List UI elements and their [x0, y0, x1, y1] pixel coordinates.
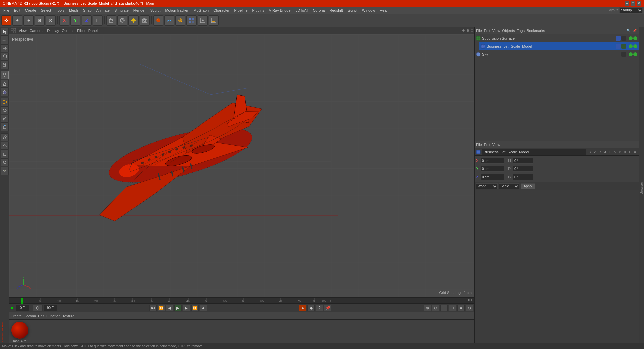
help-btn[interactable]: ? [316, 305, 323, 311]
menu-help[interactable]: Help [378, 8, 389, 13]
sidebar-polygons-btn[interactable] [1, 88, 9, 96]
record-btn[interactable] [33, 305, 43, 311]
jet-vis-green2[interactable] [633, 44, 637, 48]
anim-icon-6[interactable]: ⊙ [466, 305, 473, 311]
sidebar-magnet-btn[interactable] [1, 150, 9, 158]
play-btn[interactable]: ▶ [174, 305, 182, 311]
sidebar-live-selection[interactable] [1, 98, 9, 106]
anim-icon-4[interactable]: □ [449, 305, 456, 311]
menu-corona[interactable]: Corona [311, 8, 327, 13]
objmgr-menu-objects[interactable]: Objects [502, 29, 515, 33]
sidebar-loop-selection[interactable] [1, 106, 9, 114]
obj-search-icon[interactable]: 🔍 [626, 28, 631, 33]
viewport-menu-display[interactable]: Display [47, 29, 59, 33]
obj-pin-icon[interactable]: 📌 [632, 28, 637, 33]
toolbar-sphere-btn[interactable] [117, 15, 127, 26]
sky-vis-green[interactable] [629, 52, 633, 56]
objmgr-menu-view[interactable]: View [492, 29, 500, 33]
viewport-menu-view[interactable]: View [19, 29, 27, 33]
coord-system-select[interactable]: World Object [476, 183, 498, 189]
restore-button[interactable]: □ [631, 1, 635, 6]
toolbar-render-btn[interactable] [198, 15, 208, 26]
mat-menu-texture[interactable]: Texture [62, 314, 74, 318]
toolbar-btn-5[interactable]: ⊙ [46, 15, 56, 26]
toolbar-deformer-btn[interactable] [164, 15, 174, 26]
viewport-menu-options[interactable]: Options [62, 29, 74, 33]
pin-btn[interactable]: 📌 [324, 305, 331, 311]
y-pos-input[interactable] [481, 166, 504, 172]
sidebar-smooth-btn[interactable] [1, 142, 9, 150]
sidebar-rotate-btn[interactable] [1, 53, 9, 61]
props-menu-view[interactable]: View [492, 143, 500, 147]
mat-menu-corona[interactable]: Corona [24, 314, 36, 318]
auto-key-btn[interactable]: ● [299, 305, 306, 311]
sidebar-paint-btn[interactable] [1, 158, 9, 166]
anim-icon-3[interactable]: ⊕ [440, 305, 448, 311]
menu-sculpt[interactable]: Sculpt [148, 8, 163, 13]
toolbar-btn-3[interactable]: + [23, 15, 34, 26]
z-pos-input[interactable] [481, 174, 504, 180]
minimize-button[interactable]: – [625, 1, 629, 6]
viewport-menu-cameras[interactable]: Cameras [30, 29, 45, 33]
obj-vis-green2[interactable] [633, 36, 637, 40]
sidebar-weld-btn[interactable] [1, 167, 9, 175]
play-reverse-btn[interactable]: ◀ [166, 305, 173, 311]
objmgr-menu-edit[interactable]: Edit [484, 29, 490, 33]
toolbar-btn-9[interactable]: □ [93, 15, 103, 26]
step-back-btn[interactable]: ⏪ [158, 305, 165, 311]
menu-plugins[interactable]: Plugins [250, 8, 266, 13]
anim-icon-1[interactable]: ⊕ [424, 305, 431, 311]
menu-create[interactable]: Create [23, 8, 38, 13]
toolbar-mograph-btn[interactable] [186, 15, 197, 26]
b-rot-input[interactable] [513, 174, 533, 180]
menu-script[interactable]: Script [346, 8, 359, 13]
sidebar-edges-btn[interactable] [1, 80, 9, 88]
apply-button[interactable]: Apply [521, 183, 535, 189]
toolbar-z-axis[interactable]: Z [82, 15, 92, 26]
menu-select[interactable]: Select [39, 8, 53, 13]
anim-icon-2[interactable]: ⊙ [432, 305, 439, 311]
material-preview[interactable] [11, 322, 28, 339]
viewport-menu-filter[interactable]: Filter [77, 29, 85, 33]
sky-tag-1[interactable] [621, 52, 626, 57]
end-frame-input[interactable] [44, 305, 57, 311]
toolbar-y-axis[interactable]: Y [70, 15, 80, 26]
keyframe-btn[interactable]: ◆ [307, 305, 315, 311]
goto-start-btn[interactable]: ⏮ [149, 305, 157, 311]
layout-select[interactable]: Startup [619, 7, 643, 13]
current-frame-input[interactable] [16, 305, 29, 311]
menu-simulate[interactable]: Simulate [112, 8, 131, 13]
anim-icon-5[interactable]: ⊗ [457, 305, 465, 311]
objmgr-menu-tags[interactable]: Tags [517, 29, 525, 33]
jet-vis-green[interactable] [629, 44, 633, 48]
toolbar-move-btn[interactable] [1, 15, 11, 26]
toolbar-x-axis[interactable]: X [59, 15, 69, 26]
jet-tag-1[interactable] [616, 44, 621, 49]
3d-viewport[interactable]: Perspective Grid Spacing : 1 cm X Y Z [9, 34, 474, 297]
toolbar-btn-4[interactable]: ⊕ [35, 15, 45, 26]
menu-snap[interactable]: Snap [81, 8, 94, 13]
close-button[interactable]: ✕ [637, 1, 641, 6]
obj-item-sky[interactable]: Sky [475, 50, 639, 58]
menu-character[interactable]: Character [211, 8, 231, 13]
obj-item-jet-model[interactable]: Business_Jet_Scale_Model [479, 42, 639, 50]
x-pos-input[interactable] [481, 158, 504, 164]
toolbar-render-region-btn[interactable] [209, 15, 219, 26]
obj-vis-green[interactable] [629, 36, 633, 40]
menu-motiontracker[interactable]: MotionTracker [163, 8, 191, 13]
menu-mograph[interactable]: MoGraph [191, 8, 211, 13]
toolbar-material-btn[interactable] [153, 15, 163, 26]
menu-animate[interactable]: Animate [94, 8, 112, 13]
sidebar-model-btn[interactable] [1, 61, 9, 69]
mat-menu-edit[interactable]: Edit [38, 314, 44, 318]
sidebar-points-btn[interactable] [1, 71, 9, 79]
toolbar-effector-btn[interactable] [175, 15, 185, 26]
objmgr-menu-bookmarks[interactable]: Bookmarks [527, 29, 545, 33]
mat-menu-function[interactable]: Function [46, 314, 60, 318]
menu-mesh[interactable]: Mesh [67, 8, 80, 13]
goto-end-btn[interactable]: ⏭ [200, 305, 207, 311]
sidebar-move-btn[interactable]: ✛ [1, 36, 9, 44]
viewport-menu-panel[interactable]: Panel [88, 29, 98, 33]
menu-vray[interactable]: V-Ray Bridge [267, 8, 293, 13]
material-item[interactable]: mat_Airc [11, 322, 28, 343]
